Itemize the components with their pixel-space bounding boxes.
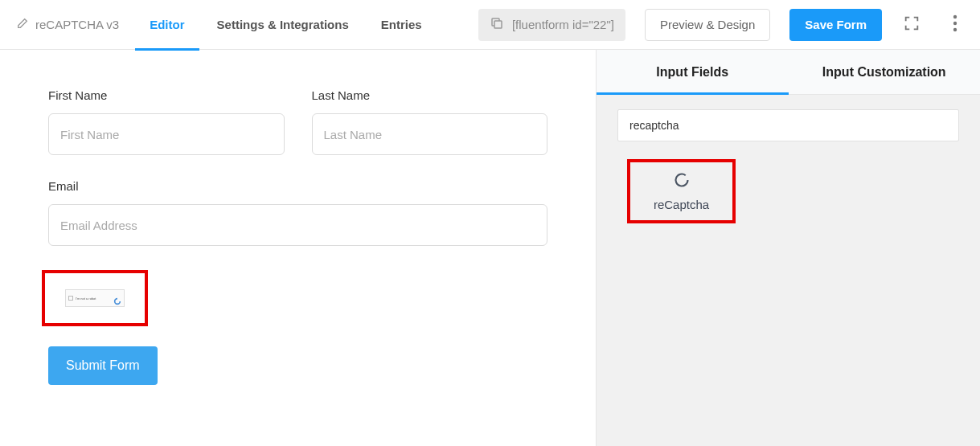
svg-point-1 bbox=[953, 14, 957, 18]
panel-tabs: Input Fields Input Customization bbox=[597, 50, 980, 95]
svg-point-3 bbox=[953, 27, 957, 31]
email-row: Email bbox=[48, 179, 547, 246]
last-name-input[interactable] bbox=[312, 113, 548, 155]
field-item-recaptcha[interactable]: reCaptcha bbox=[627, 159, 736, 223]
tab-input-fields[interactable]: Input Fields bbox=[597, 50, 789, 94]
main-split: First Name Last Name Email I'm not a rob… bbox=[0, 50, 980, 446]
svg-point-2 bbox=[953, 21, 957, 24]
nav-entries[interactable]: Entries bbox=[381, 0, 422, 50]
more-vertical-icon bbox=[953, 14, 957, 35]
recaptcha-widget-text: I'm not a robot bbox=[76, 297, 111, 301]
fullscreen-button[interactable] bbox=[898, 9, 925, 41]
first-name-field[interactable]: First Name bbox=[48, 88, 285, 155]
recaptcha-form-element[interactable]: I'm not a robot bbox=[42, 270, 148, 326]
copy-icon bbox=[490, 16, 504, 33]
panel-body: reCaptcha bbox=[597, 95, 980, 238]
form-canvas: First Name Last Name Email I'm not a rob… bbox=[0, 50, 596, 446]
recaptcha-logo-icon bbox=[113, 294, 121, 302]
save-form-button[interactable]: Save Form bbox=[789, 9, 882, 41]
form-title-wrap[interactable]: reCAPTCHA v3 bbox=[16, 17, 119, 32]
more-menu-button[interactable] bbox=[941, 9, 969, 41]
top-bar: reCAPTCHA v3 Editor Settings & Integrati… bbox=[0, 0, 980, 50]
shortcode-text: [fluentform id="22"] bbox=[512, 18, 614, 31]
name-row: First Name Last Name bbox=[48, 88, 547, 155]
email-label: Email bbox=[48, 179, 547, 193]
nav-settings[interactable]: Settings & Integrations bbox=[217, 0, 349, 50]
first-name-input[interactable] bbox=[48, 113, 285, 155]
side-panel: Input Fields Input Customization reCaptc… bbox=[596, 50, 980, 446]
form-title: reCAPTCHA v3 bbox=[35, 18, 119, 31]
recaptcha-icon bbox=[674, 172, 690, 191]
svg-rect-0 bbox=[494, 21, 502, 28]
preview-button[interactable]: Preview & Design bbox=[645, 9, 770, 41]
shortcode-pill[interactable]: [fluentform id="22"] bbox=[478, 9, 625, 41]
field-item-label: reCaptcha bbox=[654, 198, 709, 211]
tab-input-customization[interactable]: Input Customization bbox=[789, 50, 981, 94]
nav-editor[interactable]: Editor bbox=[150, 0, 184, 50]
checkbox-icon bbox=[68, 296, 73, 301]
submit-button[interactable]: Submit Form bbox=[48, 346, 158, 385]
main-nav: Editor Settings & Integrations Entries bbox=[150, 0, 421, 50]
field-search-input[interactable] bbox=[617, 109, 959, 141]
email-input[interactable] bbox=[48, 204, 547, 246]
pencil-icon bbox=[16, 17, 29, 32]
field-search-row bbox=[617, 109, 959, 141]
email-field[interactable]: Email bbox=[48, 179, 547, 246]
last-name-field[interactable]: Last Name bbox=[312, 88, 548, 155]
first-name-label: First Name bbox=[48, 88, 285, 102]
fullscreen-icon bbox=[903, 14, 921, 35]
recaptcha-widget: I'm not a robot bbox=[65, 289, 125, 307]
last-name-label: Last Name bbox=[312, 88, 548, 102]
